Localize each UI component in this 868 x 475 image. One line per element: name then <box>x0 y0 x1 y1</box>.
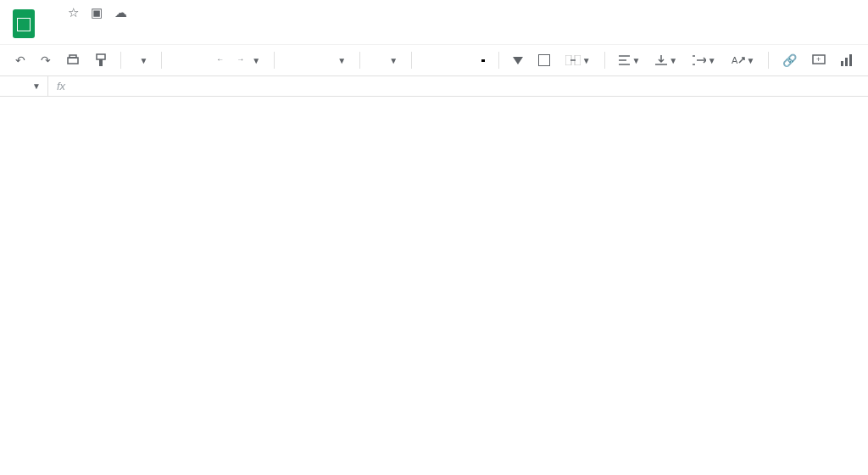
chevron-down-icon: ▼ <box>632 56 640 65</box>
insert-comment-button[interactable]: + <box>807 51 831 70</box>
last-edit-link[interactable] <box>178 22 190 29</box>
svg-rect-16 <box>845 58 848 66</box>
chevron-down-icon: ▼ <box>389 56 398 65</box>
bold-button[interactable] <box>420 57 434 64</box>
menu-view[interactable] <box>75 22 86 29</box>
text-wrap-button[interactable]: ▼ <box>687 52 721 69</box>
format-percent-button[interactable] <box>189 57 203 64</box>
svg-text:A: A <box>732 55 738 65</box>
zoom-select[interactable]: ▼ <box>130 53 153 69</box>
font-family-select[interactable]: ▼ <box>283 53 351 69</box>
chevron-down-icon: ▼ <box>669 56 677 65</box>
svg-rect-1 <box>70 55 76 58</box>
move-icon[interactable]: ▣ <box>91 5 103 20</box>
menu-extensions[interactable] <box>142 22 154 29</box>
star-icon[interactable]: ☆ <box>68 5 79 20</box>
merge-cells-button[interactable]: ▼ <box>560 52 596 69</box>
decrease-decimal-button[interactable]: ← <box>208 57 221 64</box>
format-currency-button[interactable] <box>170 57 184 64</box>
name-box[interactable]: ▼ <box>0 81 47 91</box>
svg-rect-4 <box>565 55 571 65</box>
chevron-down-icon: ▼ <box>708 56 716 65</box>
doc-title[interactable] <box>47 12 54 15</box>
insert-link-button[interactable]: 🔗 <box>777 50 802 70</box>
menu-data[interactable] <box>115 22 127 29</box>
svg-rect-2 <box>97 54 105 59</box>
svg-rect-0 <box>68 58 78 64</box>
svg-rect-15 <box>841 61 843 66</box>
svg-rect-3 <box>99 59 103 66</box>
svg-rect-17 <box>849 54 852 66</box>
insert-chart-button[interactable] <box>836 51 858 70</box>
text-rotation-button[interactable]: A▼ <box>726 51 760 70</box>
font-size-select[interactable]: ▼ <box>369 53 403 69</box>
print-button[interactable] <box>61 51 85 70</box>
chevron-down-icon: ▼ <box>140 56 148 65</box>
fill-color-button[interactable] <box>508 53 528 68</box>
fx-icon: fx <box>47 76 74 96</box>
strikethrough-button[interactable] <box>458 57 471 64</box>
chevron-down-icon: ▼ <box>337 56 346 65</box>
cloud-icon[interactable]: ☁ <box>114 5 127 20</box>
italic-button[interactable] <box>439 57 453 64</box>
menu-edit[interactable] <box>61 22 73 29</box>
text-color-button[interactable] <box>476 57 490 64</box>
menu-help[interactable] <box>156 22 168 29</box>
svg-rect-5 <box>575 55 581 65</box>
chevron-down-icon: ▼ <box>747 56 755 65</box>
increase-decimal-button[interactable]: → <box>226 57 240 64</box>
sheets-logo[interactable] <box>7 7 41 41</box>
redo-button[interactable]: ↷ <box>36 50 56 70</box>
undo-button[interactable]: ↶ <box>10 50 31 70</box>
menu-file[interactable] <box>47 22 59 29</box>
borders-button[interactable] <box>533 51 555 70</box>
horizontal-align-button[interactable]: ▼ <box>614 52 646 69</box>
chevron-down-icon: ▼ <box>252 56 260 65</box>
menu-insert[interactable] <box>88 22 100 29</box>
vertical-align-button[interactable]: ▼ <box>650 52 682 69</box>
menu-tools[interactable] <box>129 22 141 29</box>
menu-format[interactable] <box>102 22 114 29</box>
chevron-down-icon: ▼ <box>582 56 591 65</box>
chevron-down-icon: ▼ <box>32 81 41 91</box>
paint-format-button[interactable] <box>90 50 112 70</box>
svg-text:+: + <box>816 55 821 64</box>
more-formats-button[interactable]: ▼ <box>245 53 265 69</box>
